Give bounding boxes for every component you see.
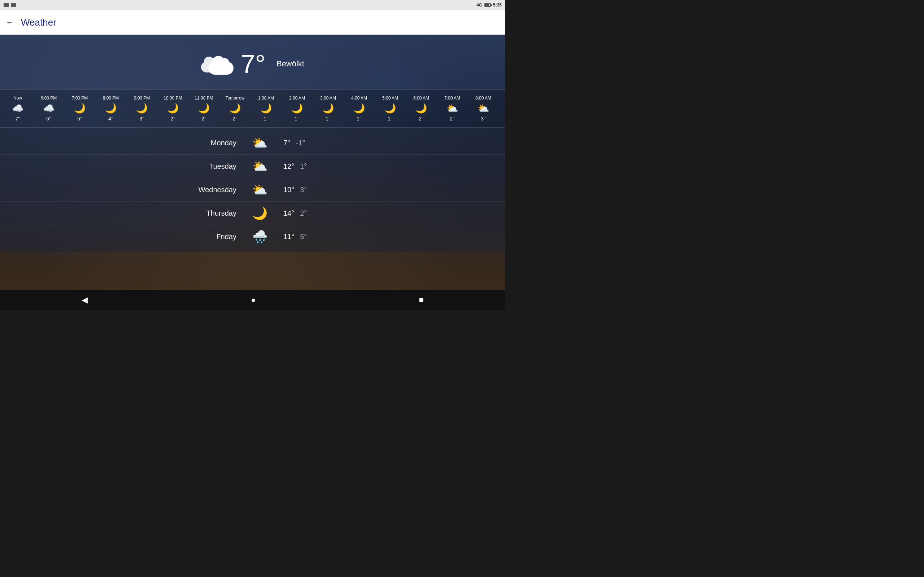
hour-label: 7:00 AM [444, 95, 460, 101]
network-label: 4G [477, 3, 482, 8]
time-display: 5:35 [493, 3, 502, 8]
hourly-row: Now☁️7°6:00 PM☁️5°7:00 PM🌙5°8:00 PM🌙4°9:… [0, 93, 505, 124]
hour-item: 9:00 PM🌙3° [126, 93, 157, 124]
nav-bar: ◀ ● ■ [0, 290, 505, 310]
hour-item: 10:00 PM🌙2° [157, 93, 188, 124]
day-low: 2° [300, 209, 307, 218]
hour-temp: 2° [170, 116, 175, 121]
hour-label: 11:00 PM [195, 95, 213, 101]
hour-temp: 1° [263, 116, 268, 121]
current-description: Bewölkt [276, 59, 304, 69]
day-high: 14° [283, 209, 294, 218]
hour-temp: 5° [46, 116, 51, 121]
day-low: 1° [300, 162, 307, 171]
hour-label: Now [13, 95, 22, 101]
hour-temp: 1° [294, 116, 299, 121]
hour-item: 6:00 PM☁️5° [33, 93, 64, 124]
day-icon: ⛅ [247, 159, 273, 174]
hour-item: Tomorrow🌙2° [220, 93, 250, 124]
hour-icon: ☁️ [12, 103, 23, 113]
hour-label: Tomorrow [226, 95, 245, 101]
day-row: Wednesday⛅10°3° [0, 178, 505, 201]
main-content: 7° Bewölkt Now☁️7°6:00 PM☁️5°7:00 PM🌙5°8… [0, 35, 505, 290]
hour-icon: 🌙 [167, 103, 179, 113]
hour-item: 2:00 AM🌙1° [281, 93, 313, 124]
day-high: 12° [283, 162, 294, 171]
hour-item: 6:00 AM🌙2° [406, 93, 437, 124]
hour-temp: 3° [139, 116, 144, 121]
nav-recent-button[interactable]: ■ [412, 292, 431, 308]
hour-temp: 2° [419, 116, 423, 121]
hour-icon: 🌙 [105, 103, 116, 113]
day-temps: 7°-1° [283, 139, 327, 147]
hour-item: 8:00 AM⛅3° [468, 93, 499, 124]
day-name: Thursday [179, 209, 236, 218]
hour-label: 6:00 AM [413, 95, 429, 101]
hour-icon: 🌙 [353, 103, 365, 113]
hour-temp: 1° [388, 116, 393, 121]
hour-icon: 🌙 [291, 103, 303, 113]
hour-label: 9:00 PM [134, 95, 150, 101]
hour-icon: ⛅ [446, 103, 458, 113]
day-name: Wednesday [179, 186, 236, 194]
hour-label: 10:00 PM [163, 95, 182, 101]
hour-label: 3:00 AM [320, 95, 336, 101]
day-temps: 10°3° [283, 186, 327, 194]
hour-label: 7:00 PM [72, 95, 88, 101]
hour-temp: 7° [15, 116, 20, 121]
day-icon: ⛅ [247, 182, 273, 197]
app-bar: ← Weather [0, 10, 505, 35]
notification-icon [3, 3, 9, 7]
nav-back-button[interactable]: ◀ [74, 292, 95, 308]
hour-item: 8:00 PM🌙4° [95, 93, 126, 124]
hour-icon: 🌙 [198, 103, 210, 113]
day-row: Monday⛅7°-1° [0, 131, 505, 155]
hour-temp: 5° [77, 116, 82, 121]
day-row: Thursday🌙14°2° [0, 201, 505, 225]
day-high: 11° [283, 233, 294, 241]
hour-icon: ⛅ [478, 103, 489, 113]
hour-icon: 🌙 [229, 103, 241, 113]
back-button[interactable]: ← [6, 18, 14, 27]
hour-item: 4:00 AM🌙1° [344, 93, 375, 124]
hour-item: 7:00 AM⛅2° [437, 93, 468, 124]
status-left-icons [3, 3, 16, 7]
hour-icon: 🌙 [384, 103, 396, 113]
hour-item: 9:00 AM⛅4° [499, 93, 505, 124]
page-title: Weather [21, 17, 56, 28]
hour-icon: 🌙 [136, 103, 148, 113]
hour-temp: 1° [326, 116, 330, 121]
hour-item: 7:00 PM🌙5° [64, 93, 95, 124]
day-low: 3° [300, 186, 307, 194]
battery-icon [485, 3, 491, 7]
hour-temp: 1° [357, 116, 361, 121]
hour-temp: 3° [481, 116, 485, 121]
current-weather-section: 7° Bewölkt [0, 35, 505, 89]
hour-label: 8:00 AM [475, 95, 491, 101]
day-name: Tuesday [179, 162, 236, 171]
hour-icon: 🌙 [415, 103, 427, 113]
hour-item: Now☁️7° [2, 93, 33, 124]
hour-temp: 4° [108, 116, 113, 121]
hour-icon: ☁️ [43, 103, 55, 113]
hour-label: 4:00 AM [351, 95, 367, 101]
nav-home-button[interactable]: ● [244, 292, 263, 308]
status-bar: 4G 5:35 [0, 0, 505, 10]
hour-label: 5:00 AM [382, 95, 398, 101]
hour-label: 8:00 PM [103, 95, 119, 101]
hour-temp: 2° [450, 116, 454, 121]
hour-temp: 2° [233, 116, 237, 121]
cloud-icon-large [201, 53, 234, 75]
day-high: 7° [283, 139, 290, 147]
day-low: -1° [296, 139, 305, 147]
hourly-forecast-section[interactable]: Now☁️7°6:00 PM☁️5°7:00 PM🌙5°8:00 PM🌙4°9:… [0, 89, 505, 128]
daily-forecast-section: Monday⛅7°-1°Tuesday⛅12°1°Wednesday⛅10°3°… [0, 128, 505, 252]
sim-icon [11, 3, 16, 7]
day-row: Friday🌧️11°5° [0, 225, 505, 248]
day-icon: ⛅ [247, 135, 273, 150]
hour-icon: 🌙 [74, 103, 86, 113]
hour-label: 1:00 AM [258, 95, 274, 101]
hour-icon: 🌙 [322, 103, 334, 113]
hour-item: 5:00 AM🌙1° [375, 93, 406, 124]
hour-label: 2:00 AM [289, 95, 305, 101]
